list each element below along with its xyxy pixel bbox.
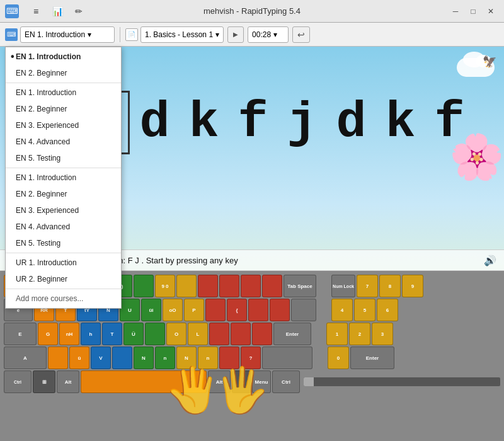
- key-v[interactable]: [112, 346, 132, 369]
- key-shift-r[interactable]: [262, 346, 312, 369]
- key-n[interactable]: n: [155, 346, 175, 369]
- key-8[interactable]: [176, 275, 197, 297]
- key-equals[interactable]: [262, 275, 282, 297]
- key-slash[interactable]: ?: [241, 346, 261, 369]
- key-comma[interactable]: n: [198, 346, 218, 369]
- key-bracket-l[interactable]: [248, 299, 268, 321]
- key-num-3[interactable]: 3: [372, 323, 393, 345]
- course-selector[interactable]: EN 1. Introduction ▾: [20, 26, 115, 43]
- key-semicolon[interactable]: [231, 323, 251, 345]
- menu-item-en2-beg-2[interactable]: EN 2. Beginner: [6, 101, 121, 117]
- key-6[interactable]: [134, 275, 154, 297]
- key-num-enter[interactable]: Enter: [350, 346, 394, 369]
- menu-item-en1-intro-2[interactable]: EN 1. Introduction: [6, 84, 121, 101]
- menu-item-en1-intro-1[interactable]: EN 1. Introduction: [6, 49, 121, 65]
- keyboard-row-space: Ctrl ⊞ Alt Alt Menu Ctrl: [4, 370, 500, 393]
- key-h[interactable]: [145, 323, 165, 345]
- lesson-selector[interactable]: 1. Basics - Lesson 1 ▾: [140, 26, 224, 43]
- key-0[interactable]: [219, 275, 239, 297]
- key-7[interactable]: 9 0: [155, 275, 175, 297]
- typing-char-3: k: [188, 94, 228, 151]
- key-ctrl-l[interactable]: Ctrl: [4, 370, 32, 393]
- key-num-2[interactable]: 2: [349, 323, 370, 345]
- key-win-l[interactable]: ⊞: [33, 370, 55, 393]
- key-win-r[interactable]: [232, 370, 251, 393]
- key-num-0[interactable]: 0: [328, 346, 349, 369]
- key-caps[interactable]: E: [4, 323, 37, 345]
- key-u[interactable]: oO: [163, 299, 183, 321]
- key-shift-l[interactable]: A: [4, 346, 47, 369]
- key-num-1[interactable]: 1: [326, 323, 348, 345]
- key-num-9[interactable]: 9: [402, 275, 423, 297]
- progress-bar-fill: [304, 377, 314, 386]
- menu-item-ur2-beg[interactable]: UR 2. Beginner: [6, 271, 121, 287]
- hamburger-icon[interactable]: ≡: [28, 3, 44, 20]
- key-alt-r[interactable]: Alt: [208, 370, 231, 393]
- pencil-icon[interactable]: ✏: [71, 3, 87, 20]
- menu-item-add-more[interactable]: Add more courses...: [6, 290, 121, 307]
- key-g[interactable]: Ü: [123, 323, 144, 345]
- key-t[interactable]: U: [120, 299, 140, 321]
- key-enter[interactable]: Enter: [273, 323, 311, 345]
- key-minus[interactable]: [241, 275, 261, 297]
- key-num-8[interactable]: 8: [379, 275, 401, 297]
- menu-item-en4-adv-2[interactable]: EN 4. Advanced: [6, 134, 121, 150]
- close-button[interactable]: ✕: [483, 4, 499, 18]
- menu-item-en5-test-3[interactable]: EN 5. Testing: [6, 235, 121, 251]
- menu-divider-3: [6, 253, 121, 253]
- key-num-4[interactable]: 4: [331, 299, 353, 321]
- volume-icon[interactable]: 🔊: [484, 255, 496, 266]
- key-backslash[interactable]: [291, 299, 316, 321]
- play-button[interactable]: ▶: [227, 26, 244, 43]
- typing-char-6: d: [336, 94, 376, 151]
- menu-divider-4: [6, 289, 121, 289]
- key-9[interactable]: [198, 275, 218, 297]
- key-ctrl-r[interactable]: Ctrl: [272, 370, 300, 393]
- key-a[interactable]: G: [38, 323, 58, 345]
- menu-item-en4-adv-3[interactable]: EN 4. Advanced: [6, 219, 121, 235]
- menu-item-en5-test-2[interactable]: EN 5. Testing: [6, 150, 121, 166]
- key-c[interactable]: V: [91, 346, 111, 369]
- undo-button[interactable]: ↩: [292, 26, 310, 43]
- key-i[interactable]: P: [184, 299, 204, 321]
- menu-item-en1-intro-3[interactable]: EN 1. Introduction: [6, 169, 121, 186]
- menu-item-en2-beg-1[interactable]: EN 2. Beginner: [6, 65, 121, 81]
- typing-char-7: k: [386, 94, 425, 151]
- menu-divider-1: [6, 83, 121, 83]
- key-menu[interactable]: Menu: [252, 370, 271, 393]
- key-alt-l[interactable]: Alt: [57, 370, 79, 393]
- key-backspace[interactable]: Tab Space: [284, 275, 316, 297]
- lesson-icon: 📄: [125, 28, 138, 41]
- key-bracket-r[interactable]: [270, 299, 290, 321]
- key-j[interactable]: O: [166, 323, 186, 345]
- key-quote[interactable]: [252, 323, 272, 345]
- key-z[interactable]: [48, 346, 68, 369]
- menu-item-en3-exp-2[interactable]: EN 3. Experienced: [6, 117, 121, 134]
- maximize-button[interactable]: □: [465, 4, 481, 18]
- key-space[interactable]: [81, 370, 207, 393]
- key-b[interactable]: N: [134, 346, 154, 369]
- key-m[interactable]: N: [176, 346, 197, 369]
- key-x[interactable]: ü: [69, 346, 89, 369]
- time-dropdown-arrow: ▾: [273, 30, 277, 39]
- stats-icon[interactable]: 📊: [49, 3, 66, 20]
- menu-item-en3-exp-3[interactable]: EN 3. Experienced: [6, 202, 121, 219]
- key-o[interactable]: [205, 299, 226, 321]
- key-y[interactable]: üi: [141, 299, 161, 321]
- key-period[interactable]: [219, 346, 239, 369]
- minimize-button[interactable]: ─: [447, 4, 464, 18]
- key-f[interactable]: T: [102, 323, 122, 345]
- menu-item-ur1-intro[interactable]: UR 1. Introduction: [6, 255, 121, 271]
- key-num-lock[interactable]: Num Lock: [331, 275, 355, 297]
- key-num-6[interactable]: 6: [377, 299, 398, 321]
- key-p[interactable]: {: [227, 299, 247, 321]
- key-l[interactable]: [209, 323, 229, 345]
- key-s[interactable]: nH: [59, 323, 79, 345]
- key-num-7[interactable]: 7: [357, 275, 378, 297]
- window-title: mehvish - RapidTyping 5.4: [203, 6, 301, 16]
- menu-item-en2-beg-3[interactable]: EN 2. Beginner: [6, 186, 121, 202]
- course-selector-label: EN 1. Introduction: [25, 30, 85, 39]
- key-k[interactable]: L: [188, 323, 208, 345]
- key-num-5[interactable]: 5: [354, 299, 375, 321]
- key-d[interactable]: h: [81, 323, 101, 345]
